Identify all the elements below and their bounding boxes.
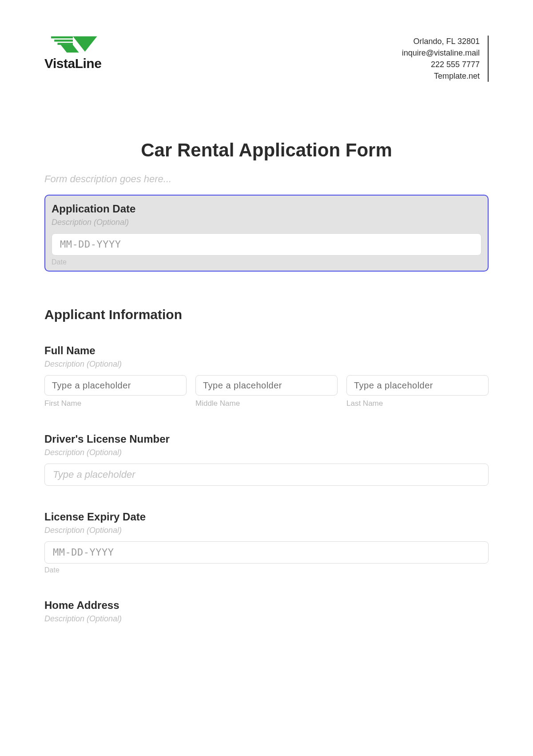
full-name-desc[interactable]: Description (Optional) <box>44 360 489 369</box>
svg-rect-0 <box>51 36 73 39</box>
last-name-input[interactable] <box>346 375 489 396</box>
license-number-input[interactable] <box>44 464 489 486</box>
home-address-desc[interactable]: Description (Optional) <box>44 614 489 624</box>
license-expiry-sublabel: Date <box>44 566 489 574</box>
license-expiry-block: License Expiry Date Description (Optiona… <box>44 511 489 574</box>
contact-phone: 222 555 7777 <box>402 59 480 70</box>
license-number-label: Driver's License Number <box>44 433 489 445</box>
middle-name-input[interactable] <box>195 375 338 396</box>
license-expiry-input[interactable] <box>44 541 489 564</box>
form-title: Car Rental Application Form <box>44 140 489 161</box>
last-name-sublabel: Last Name <box>346 399 489 408</box>
application-date-sublabel: Date <box>52 258 481 266</box>
license-number-desc[interactable]: Description (Optional) <box>44 448 489 457</box>
home-address-label: Home Address <box>44 599 489 612</box>
form-description[interactable]: Form description goes here... <box>44 173 489 185</box>
application-date-desc[interactable]: Description (Optional) <box>52 218 481 227</box>
license-expiry-desc[interactable]: Description (Optional) <box>44 526 489 535</box>
application-date-label: Application Date <box>52 203 481 215</box>
home-address-block: Home Address Description (Optional) <box>44 599 489 624</box>
first-name-input[interactable] <box>44 375 187 396</box>
applicant-info-heading: Applicant Information <box>44 307 489 322</box>
contact-address: Orlando, FL 32801 <box>402 36 480 47</box>
license-expiry-label: License Expiry Date <box>44 511 489 523</box>
license-number-block: Driver's License Number Description (Opt… <box>44 433 489 486</box>
logo-icon <box>48 36 97 53</box>
svg-rect-1 <box>54 40 73 42</box>
contact-info: Orlando, FL 32801 inquire@vistaline.mail… <box>402 36 489 82</box>
contact-site: Template.net <box>402 70 480 82</box>
svg-rect-2 <box>58 43 73 45</box>
svg-marker-3 <box>73 36 97 52</box>
contact-email: inquire@vistaline.mail <box>402 47 480 59</box>
brand-logo: VistaLine <box>44 36 101 71</box>
document-header: VistaLine Orlando, FL 32801 inquire@vist… <box>44 36 489 82</box>
application-date-section[interactable]: Application Date Description (Optional) … <box>44 195 489 272</box>
first-name-sublabel: First Name <box>44 399 187 408</box>
svg-marker-4 <box>61 45 79 52</box>
full-name-block: Full Name Description (Optional) First N… <box>44 344 489 408</box>
middle-name-sublabel: Middle Name <box>195 399 338 408</box>
application-date-input[interactable] <box>52 233 481 256</box>
full-name-label: Full Name <box>44 344 489 357</box>
brand-name: VistaLine <box>44 56 101 71</box>
